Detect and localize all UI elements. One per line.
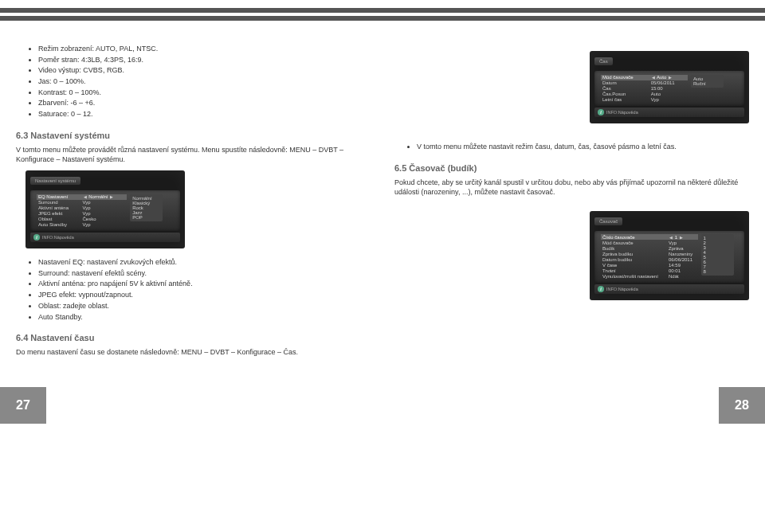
info-icon: i <box>33 234 40 241</box>
paragraph-6-5: Pokud chcete, aby se určitý kanál spusti… <box>394 178 749 197</box>
table-row: Datum budíku06/06/2011 <box>601 256 698 262</box>
screenshot-panel: Mód časovače◀ Auto ▶ Datum05/06/2011 Čas… <box>594 71 744 106</box>
list-item: Nastavení EQ: nastavení zvukových efektů… <box>38 258 371 268</box>
option-item: 8 <box>704 269 732 274</box>
side-options: 1 2 3 4 5 6 7 8 <box>701 234 734 276</box>
screenshot-timer: Časovač Číslo časovače◀ 1 ▶ Mód časovače… <box>590 211 749 300</box>
list-item: V tomto menu můžete nastavit režim času,… <box>417 143 749 152</box>
paragraph-6-4: Do menu nastavení času se dostanete násl… <box>16 347 371 357</box>
info-icon: i <box>598 286 604 292</box>
screenshot-panel: Číslo časovače◀ 1 ▶ Mód časovačeVyp Budí… <box>594 231 744 283</box>
settings-list-2: Nastavení EQ: nastavení zvukových efektů… <box>16 258 371 322</box>
list-item: Auto Standby. <box>38 313 371 323</box>
list-item: Režim zobrazení: AUTO, PAL, NTSC. <box>38 45 371 54</box>
table-row: Aktivní anténaVyp <box>37 205 127 211</box>
option-item: Ruční <box>693 81 721 86</box>
screenshot-title: Nastavení systému <box>30 177 80 185</box>
table-row: Zpráva budíkuNarozeniny <box>601 251 698 256</box>
table-row: Auto StandbyVyp <box>37 222 127 228</box>
table-row: SurroundVyp <box>37 200 127 205</box>
side-options: Auto Ruční <box>691 75 724 88</box>
time-table: Mód časovače◀ Auto ▶ Datum05/06/2011 Čas… <box>601 75 688 103</box>
table-row: Letní časVyp <box>601 97 688 103</box>
heading-6-3: 6.3 Nastavení systému <box>16 131 371 140</box>
list-item: Zbarvení: -6 – +6. <box>38 99 371 108</box>
list-item: Video výstup: CVBS, RGB. <box>38 66 371 76</box>
screenshot-time: Čas Mód časovače◀ Auto ▶ Datum05/06/2011… <box>590 51 749 123</box>
screenshot-panel: EQ Nastavení◀ Normální ▶ SurroundVyp Akt… <box>30 190 180 231</box>
heading-6-4: 6.4 Nastavení času <box>16 333 371 342</box>
table-row: OblastČesko <box>37 217 127 222</box>
page-number-left: 27 <box>0 387 46 424</box>
info-bar: iINFO:Nápověda <box>30 233 180 242</box>
table-row: Trvání00:01 <box>601 268 698 273</box>
left-column: Režim zobrazení: AUTO, PAL, NTSC. Poměr … <box>16 45 371 363</box>
screenshot-title: Časovač <box>594 217 622 225</box>
table-row: V čase14:59 <box>601 262 698 268</box>
list-item: Saturace: 0 – 12. <box>38 110 371 119</box>
list-item: Jas: 0 – 100%. <box>38 77 371 87</box>
option-item: POP <box>132 215 160 220</box>
list-item: Oblast: zadejte oblast. <box>38 302 371 311</box>
header-bars <box>0 0 765 21</box>
table-row: Datum05/06/2011 <box>601 80 688 86</box>
list-item: JPEG efekt: vypnout/zapnout. <box>38 291 371 300</box>
settings-list-1: Režim zobrazení: AUTO, PAL, NTSC. Poměr … <box>16 45 371 119</box>
table-row: Čas.PosunAuto <box>601 92 688 97</box>
table-row: Mód časovače◀ Auto ▶ <box>601 75 688 80</box>
side-options: Normální Klasický Rock Jazz POP <box>130 194 163 221</box>
header-bar <box>0 8 765 13</box>
info-icon: i <box>598 109 604 115</box>
header-bar <box>0 16 765 21</box>
list-item: Poměr stran: 4:3LB, 4:3PS, 16:9. <box>38 56 371 65</box>
list-item: Surround: nastavení efektů scény. <box>38 269 371 279</box>
table-row: Mód časovačeVyp <box>601 240 698 245</box>
heading-6-5: 6.5 Časovač (budík) <box>394 163 749 173</box>
list-item: Kontrast: 0 – 100%. <box>38 88 371 98</box>
table-row: Číslo časovače◀ 1 ▶ <box>601 234 698 240</box>
page-number-right: 28 <box>719 387 765 424</box>
right-column: Čas Mód časovače◀ Auto ▶ Datum05/06/2011… <box>394 45 749 363</box>
screenshot-title: Čas <box>594 57 613 65</box>
info-bar: iINFO:Nápověda <box>594 108 744 117</box>
list-item: Aktivní anténa: pro napájení 5V k aktivn… <box>38 280 371 289</box>
info-bar: iINFO:Nápověda <box>594 284 744 294</box>
table-row: EQ Nastavení◀ Normální ▶ <box>37 194 127 200</box>
timer-table: Číslo časovače◀ 1 ▶ Mód časovačeVyp Budí… <box>601 234 698 279</box>
table-row: BudíkZpráva <box>601 245 698 251</box>
time-note-list: V tomto menu můžete nastavit režim času,… <box>394 143 749 152</box>
screenshot-system-settings: Nastavení systému EQ Nastavení◀ Normální… <box>26 170 185 248</box>
paragraph-6-3: V tomto menu můžete provádět různá nasta… <box>16 145 371 164</box>
page-footer: 27 28 <box>0 387 765 424</box>
content-area: Režim zobrazení: AUTO, PAL, NTSC. Poměr … <box>0 45 765 363</box>
settings-table: EQ Nastavení◀ Normální ▶ SurroundVyp Akt… <box>37 194 127 228</box>
table-row: Čas15:00 <box>601 86 688 92</box>
table-row: JPEG efektVyp <box>37 211 127 217</box>
table-row: Vynulovat/zrušit nastaveníNdát <box>601 273 698 279</box>
